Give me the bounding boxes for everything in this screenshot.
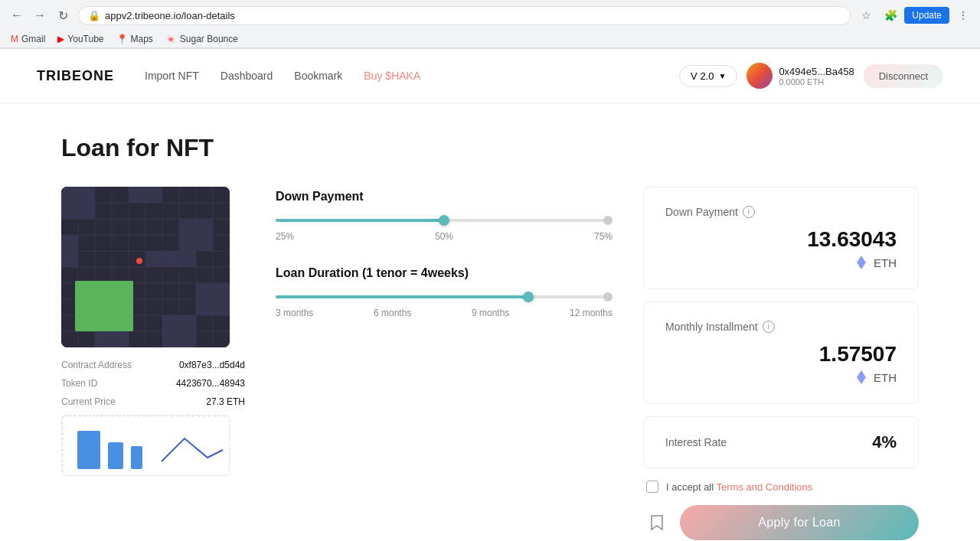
version-label: V 2.0 [691,70,714,82]
svg-rect-31 [77,431,100,469]
monthly-installment-number: 1.57507 [665,342,897,367]
address-bar[interactable]: 🔒 appv2.tribeone.io/loan-details [78,6,851,25]
url-text: appv2.tribeone.io/loan-details [105,10,841,21]
nav-bookmark[interactable]: Bookmark [294,70,342,82]
back-button[interactable]: ← [6,5,28,26]
token-id-row: Token ID 4423670...48943 [61,378,245,389]
page-title: Loan for NFT [61,134,919,162]
nav-buy-haka[interactable]: Buy $HAKA [364,70,420,82]
monthly-installment-value: 1.57507 ETH [665,342,897,385]
bookmark-youtube[interactable]: ▶ YouTube [53,32,108,46]
wallet-info: 0x494e5...Ba458 0.0000 ETH [746,63,854,89]
loan-duration-track [276,295,612,298]
loan-duration-fill [276,295,528,298]
content-grid: Contract Address 0xf87e3...d5d4d Token I… [61,187,919,540]
loan-duration-section: Loan Duration (1 tenor = 4weeks) 3 month… [276,266,612,318]
menu-icon[interactable]: ⋮ [952,5,974,26]
down-payment-end [603,216,612,225]
terms-prefix: I accept all [666,481,717,493]
chevron-down-icon: ▼ [718,72,726,80]
nft-card: Contract Address 0xf87e3...d5d4d Token I… [61,187,245,540]
forward-button[interactable]: → [29,5,51,26]
svg-rect-23 [145,251,196,267]
reload-button[interactable]: ↻ [52,5,74,26]
interest-rate-card: Interest Rate 4% [643,416,919,468]
terms-checkbox[interactable] [646,481,658,493]
bookmark-button[interactable] [643,509,671,536]
down-payment-card-label: Down Payment [665,206,738,218]
nft-preview-chart [61,415,230,476]
apply-loan-button[interactable]: Apply for Loan [680,505,919,540]
loan-duration-end [603,292,612,301]
summary-section: Down Payment i 13.63043 ETH [643,187,919,540]
down-payment-mark-25: 25% [276,231,294,242]
update-button[interactable]: Update [904,7,949,24]
down-payment-fill [276,219,444,222]
loan-duration-slider-container[interactable] [276,295,612,298]
bookmark-gmail[interactable]: M Gmail [6,32,50,46]
down-payment-slider-container[interactable] [276,219,612,222]
bookmark-maps[interactable]: 📍 Maps [112,32,158,46]
down-payment-info-icon[interactable]: i [743,206,755,218]
down-payment-card-value: 13.63043 ETH [665,227,897,270]
down-payment-section: Down Payment 25% 50% 75% [276,190,612,242]
version-selector[interactable]: V 2.0 ▼ [679,65,737,87]
down-payment-eth: ETH [665,255,897,270]
svg-rect-24 [196,283,230,315]
contract-address-row: Contract Address 0xf87e3...d5d4d [61,360,245,370]
eth-diamond-svg-2 [857,370,866,384]
down-payment-label: Down Payment [276,190,612,204]
browser-chrome: ← → ↻ 🔒 appv2.tribeone.io/loan-details ☆… [0,0,980,49]
down-payment-labels: 25% 50% 75% [276,231,612,242]
svg-rect-33 [131,446,142,469]
preview-chart-svg [62,416,230,476]
avatar-image [746,63,773,89]
nav-import-nft[interactable]: Import NFT [145,70,199,82]
sugar-bounce-icon: 🍬 [165,34,177,44]
svg-rect-27 [75,281,133,331]
contract-value: 0xf87e3...d5d4d [179,360,245,370]
svg-rect-22 [179,219,213,251]
nav-dashboard[interactable]: Dashboard [220,70,273,82]
svg-rect-19 [61,187,95,219]
down-payment-card: Down Payment i 13.63043 ETH [643,187,919,289]
bookmark-youtube-label: YouTube [67,34,103,44]
svg-point-28 [136,258,142,264]
monthly-installment-header: Monthly Installment i [665,321,897,333]
terms-text: I accept all Terms and Conditions [666,481,812,493]
svg-marker-34 [857,256,866,269]
disconnect-button[interactable]: Disconnect [864,64,943,88]
duration-mark-3: 3 months [276,308,313,318]
svg-rect-26 [162,315,196,347]
down-payment-mark-75: 75% [594,231,612,242]
token-label: Token ID [61,378,97,389]
nft-info: Contract Address 0xf87e3...d5d4d Token I… [61,360,245,407]
wallet-balance: 0.0000 ETH [779,77,854,86]
contract-label: Contract Address [61,360,132,370]
cta-row: Apply for Loan [643,505,919,540]
down-payment-number: 13.63043 [665,227,897,252]
bookmark-maps-label: Maps [131,34,153,44]
down-payment-card-header: Down Payment i [665,206,897,218]
youtube-icon: ▶ [57,34,64,44]
down-payment-thumb[interactable] [439,215,449,226]
header-right: V 2.0 ▼ 0x494e5...Ba458 0.0000 ETH Disco… [679,63,943,89]
bookmark-gmail-label: Gmail [21,34,45,44]
price-label: Current Price [61,396,116,407]
duration-mark-12: 12 months [570,308,612,318]
svg-marker-35 [857,370,866,384]
wallet-address: 0x494e5...Ba458 [779,66,854,77]
monthly-installment-info-icon[interactable]: i [763,321,775,333]
loan-duration-thumb[interactable] [523,292,534,302]
browser-actions: ☆ 🧩 Update ⋮ [855,5,974,26]
bookmark-sugar-bounce[interactable]: 🍬 Sugar Bounce [161,32,243,46]
monthly-installment-currency: ETH [874,371,897,384]
app: TRIBEONE Import NFT Dashboard Bookmark B… [0,49,980,541]
browser-toolbar: ← → ↻ 🔒 appv2.tribeone.io/loan-details ☆… [0,0,980,31]
nav-buttons: ← → ↻ [6,5,74,26]
duration-mark-6: 6 months [374,308,411,318]
extensions-icon[interactable]: 🧩 [880,5,901,26]
terms-link[interactable]: Terms and Conditions [717,481,813,493]
bookmark-star-icon[interactable]: ☆ [855,5,877,26]
eth-icon-2 [854,370,869,385]
